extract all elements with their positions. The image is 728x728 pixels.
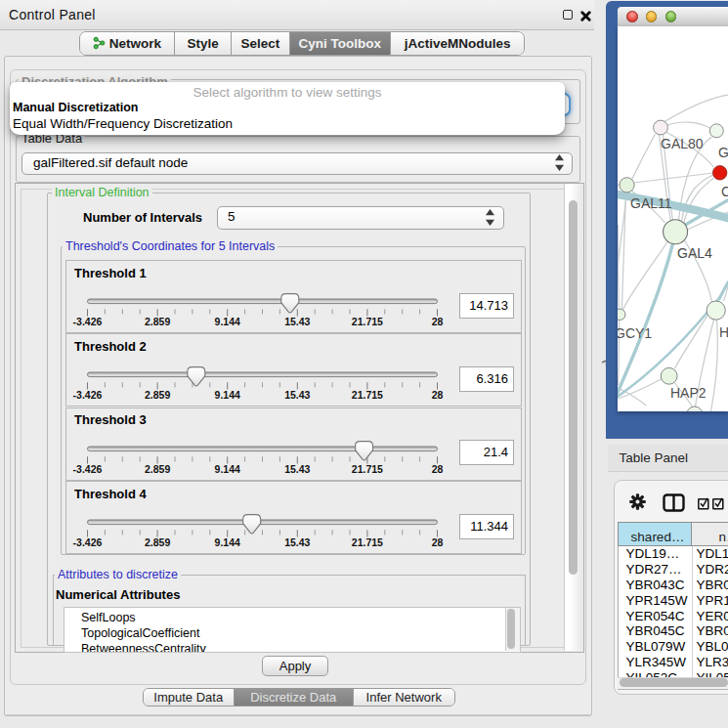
- svg-text:GAL8: GAL8: [718, 145, 728, 160]
- svg-text:-3.426: -3.426: [72, 536, 102, 548]
- svg-text:HAP2: HAP2: [670, 385, 707, 401]
- svg-text:CR1: CR1: [721, 184, 728, 199]
- svg-text:28: 28: [431, 536, 443, 548]
- svg-text:GAL4: GAL4: [677, 245, 712, 261]
- svg-text:21.715: 21.715: [351, 389, 382, 401]
- svg-text:GCY1: GCY1: [618, 325, 652, 341]
- svg-text:2.859: 2.859: [144, 536, 169, 548]
- svg-text:28: 28: [431, 316, 443, 327]
- svg-text:15.43: 15.43: [284, 389, 310, 401]
- svg-text:9.144: 9.144: [214, 462, 239, 474]
- svg-text:21.715: 21.715: [351, 536, 382, 548]
- svg-text:GAL80: GAL80: [661, 136, 704, 151]
- svg-text:15.43: 15.43: [284, 536, 310, 548]
- svg-text:GAL11: GAL11: [630, 195, 672, 211]
- svg-text:15.43: 15.43: [284, 462, 310, 474]
- svg-text:9.144: 9.144: [214, 536, 239, 548]
- svg-text:9.144: 9.144: [214, 316, 239, 327]
- svg-text:28: 28: [431, 389, 443, 401]
- svg-text:21.715: 21.715: [351, 462, 382, 474]
- svg-text:2.859: 2.859: [144, 462, 169, 474]
- svg-text:15.43: 15.43: [284, 316, 310, 327]
- svg-text:2.859: 2.859: [144, 389, 169, 401]
- svg-text:HIS: HIS: [719, 324, 728, 340]
- svg-text:21.715: 21.715: [351, 316, 382, 327]
- svg-text:2.859: 2.859: [144, 316, 169, 327]
- svg-text:-3.426: -3.426: [72, 389, 102, 401]
- svg-text:9.144: 9.144: [214, 389, 239, 401]
- svg-text:-3.426: -3.426: [72, 316, 102, 327]
- svg-text:28: 28: [431, 462, 443, 474]
- svg-text:-3.426: -3.426: [72, 462, 102, 474]
